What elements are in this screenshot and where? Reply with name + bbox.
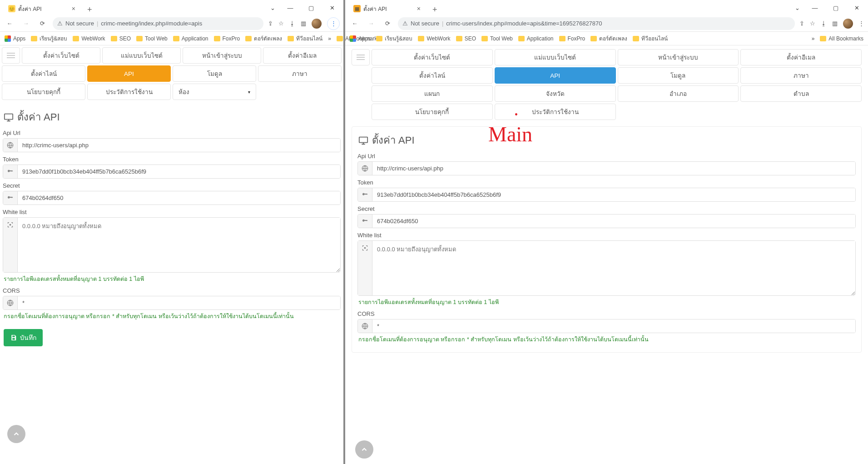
apps-shortcut[interactable]: Apps (350, 35, 371, 42)
bookmark-folder[interactable]: WebWork (418, 35, 450, 42)
bookmark-folder[interactable]: FoxPro (559, 35, 585, 42)
scroll-top-button[interactable] (355, 440, 373, 459)
tab-template[interactable]: แม่แบบเว็บไซต์ (102, 47, 181, 64)
bookmark-folder[interactable]: ดอร์ดัดเพลง (245, 34, 282, 43)
url-input[interactable]: ⚠ Not secure | crimc-users/index.php#mod… (398, 17, 795, 30)
not-secure-label: Not secure (65, 20, 94, 27)
tab-cookie-policy[interactable]: นโยบายคุกกี้ (372, 104, 493, 120)
reload-button[interactable]: ⟳ (382, 18, 393, 30)
tab-history[interactable]: ประวัติการใช้งาน (495, 104, 616, 120)
bookmark-folder[interactable]: FoxPro (214, 35, 240, 42)
tab-province[interactable]: จังหวัด (495, 85, 616, 102)
tab-email[interactable]: ตั้งค่าอีเมล (740, 49, 862, 65)
forward-button[interactable]: → (365, 18, 377, 30)
bookmark-folder[interactable]: WebWork (73, 35, 105, 42)
tab-cookie-policy[interactable]: นโยบายคุกกี้ (2, 84, 85, 100)
room-select[interactable]: ห้อง▾ (173, 84, 256, 100)
token-input[interactable] (372, 188, 855, 201)
tab-site-settings[interactable]: ตั้งค่าเว็บไซต์ (372, 49, 493, 65)
hamburger-menu[interactable] (2, 47, 20, 64)
bookmark-folder[interactable]: เรียนรู้&สอบ (31, 34, 67, 43)
reload-button[interactable]: ⟳ (36, 18, 48, 30)
whitelist-hint: รายการไอพีแอดเดรสทั้งหมดที่อนุญาต 1 บรรท… (3, 274, 341, 284)
bookmark-folder[interactable]: เรียนรู้&สอบ (376, 34, 412, 43)
bookmark-folder[interactable]: ดอร์ดัดเพลง (590, 34, 627, 43)
tab-subdistrict[interactable]: ตำบล (740, 85, 862, 102)
new-tab-button[interactable]: + (430, 4, 440, 15)
menu-dots-icon[interactable]: ⋮ (858, 20, 864, 27)
star-icon[interactable]: ☆ (278, 20, 284, 27)
tab-line[interactable]: ตั้งค่าไลน์ (2, 65, 85, 82)
new-tab-button[interactable]: + (84, 4, 95, 15)
bookmark-folder[interactable]: SEO (111, 35, 131, 42)
whitelist-textarea[interactable] (372, 241, 855, 295)
close-window-button[interactable]: ✕ (847, 1, 866, 14)
bookmark-folder[interactable]: ทีวีออนไลน์ (633, 34, 668, 43)
chevron-down-icon[interactable]: ⌄ (266, 1, 279, 14)
browser-tab[interactable]: 😊 ตั้งค่า API × (3, 2, 81, 15)
tab-template[interactable]: แม่แบบเว็บไซต์ (495, 49, 616, 65)
tab-module[interactable]: โมดูล (173, 65, 256, 82)
tab-site-settings[interactable]: ตั้งค่าเว็บไซต์ (22, 47, 100, 64)
tab-login[interactable]: หน้าเข้าสู่ระบบ (183, 47, 261, 64)
menu-dots-icon[interactable]: ⋮ (327, 17, 340, 30)
close-window-button[interactable]: ✕ (322, 1, 342, 14)
profile-avatar[interactable] (843, 19, 853, 29)
download-icon[interactable]: ⭳ (821, 20, 827, 27)
tab-department[interactable]: แผนก (372, 85, 493, 102)
api-url-input[interactable] (372, 162, 855, 175)
bookmark-folder[interactable]: Application (518, 35, 554, 42)
tab-api[interactable]: API (87, 65, 171, 82)
minimize-button[interactable]: — (805, 1, 824, 14)
bookmark-folder[interactable]: Tool Web (136, 35, 168, 42)
secret-input[interactable] (372, 215, 855, 228)
bookmark-folder[interactable]: ทีวีออนไลน์ (288, 34, 322, 43)
tab-district[interactable]: อำเภอ (618, 85, 739, 102)
chevron-down-icon[interactable]: ⌄ (791, 1, 804, 14)
bookmarks-overflow[interactable]: » (812, 35, 815, 42)
browser-tab[interactable]: ▦ ตั้งค่า API × (348, 2, 426, 15)
close-icon[interactable]: × (417, 5, 421, 12)
tab-login[interactable]: หน้าเข้าสู่ระบบ (618, 49, 739, 65)
share-icon[interactable]: ⇪ (268, 20, 273, 27)
forward-button[interactable]: → (20, 18, 32, 30)
back-button[interactable]: ← (349, 18, 361, 30)
star-icon[interactable]: ☆ (810, 20, 815, 27)
cors-input[interactable] (372, 319, 855, 333)
bookmark-folder[interactable]: SEO (456, 35, 476, 42)
tab-language[interactable]: ภาษา (740, 67, 862, 84)
profile-avatar[interactable] (312, 19, 322, 29)
key-icon (358, 188, 372, 201)
api-url-input[interactable] (18, 139, 340, 152)
tab-language[interactable]: ภาษา (258, 65, 342, 82)
all-bookmarks[interactable]: All Bookmarks (820, 35, 863, 42)
whitelist-textarea[interactable] (18, 218, 340, 272)
tab-api[interactable]: API (495, 67, 616, 84)
minimize-button[interactable]: — (281, 1, 300, 14)
tab-title: ตั้งค่า API (363, 5, 387, 13)
panel-icon[interactable]: ▥ (301, 20, 306, 27)
close-icon[interactable]: × (72, 5, 75, 12)
tab-module[interactable]: โมดูล (618, 67, 739, 84)
share-icon[interactable]: ⇪ (799, 20, 804, 27)
save-button[interactable]: บันทึก (4, 329, 43, 346)
maximize-button[interactable]: ▢ (826, 1, 845, 14)
cors-label: CORS (357, 310, 856, 317)
tab-email[interactable]: ตั้งค่าอีเมล (263, 47, 342, 64)
apps-shortcut[interactable]: Apps (5, 35, 25, 42)
back-button[interactable]: ← (4, 18, 15, 30)
tab-history[interactable]: ประวัติการใช้งาน (87, 84, 171, 100)
bookmarks-overflow[interactable]: » (328, 35, 331, 42)
download-icon[interactable]: ⭳ (289, 20, 295, 27)
token-input[interactable] (18, 165, 340, 178)
hamburger-menu[interactable] (352, 49, 370, 65)
url-input[interactable]: ⚠ Not secure | crimc-meeting/index.php#m… (53, 17, 263, 30)
scroll-top-button[interactable] (7, 425, 25, 443)
cors-input[interactable] (18, 296, 340, 309)
bookmark-folder[interactable]: Application (173, 35, 208, 42)
maximize-button[interactable]: ▢ (302, 1, 321, 14)
bookmark-folder[interactable]: Tool Web (481, 35, 513, 42)
panel-icon[interactable]: ▥ (832, 20, 838, 27)
secret-input[interactable] (18, 191, 340, 205)
tab-line[interactable]: ตั้งค่าไลน์ (372, 67, 493, 84)
